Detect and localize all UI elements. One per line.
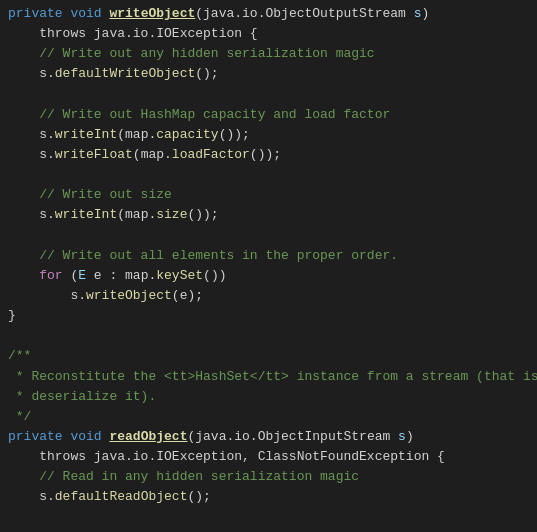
token: throws java.io.IOException {: [8, 24, 258, 44]
token: (e);: [172, 286, 203, 306]
code-line: [0, 85, 537, 105]
code-line: throws java.io.IOException {: [0, 24, 537, 44]
code-line: s.writeFloat(map.loadFactor());: [0, 145, 537, 165]
token: private: [8, 427, 70, 447]
code-line: // Read capacity and verify non-negative…: [0, 528, 537, 532]
token: keySet: [156, 266, 203, 286]
code-line: /**: [0, 346, 537, 366]
token: ();: [187, 487, 210, 507]
code-line: [0, 508, 537, 528]
code-line: s.defaultWriteObject();: [0, 64, 537, 84]
code-line: // Write out any hidden serialization ma…: [0, 44, 537, 64]
code-line: // Write out all elements in the proper …: [0, 246, 537, 266]
token: writeInt: [55, 125, 117, 145]
code-line: [0, 165, 537, 185]
token: size: [156, 205, 187, 225]
token: s.: [8, 145, 55, 165]
code-line: [0, 226, 537, 246]
token: (java.io.ObjectOutputStream: [195, 4, 413, 24]
code-line: */: [0, 407, 537, 427]
token: ): [422, 4, 430, 24]
token: // Write out HashMap capacity and load f…: [8, 105, 390, 125]
token: s: [398, 427, 406, 447]
token: writeFloat: [55, 145, 133, 165]
token: s.: [8, 125, 55, 145]
code-line: }: [0, 306, 537, 326]
token: capacity: [156, 125, 218, 145]
token: s: [414, 4, 422, 24]
token: */: [8, 407, 31, 427]
token: s.: [8, 286, 86, 306]
token: s.: [8, 64, 55, 84]
token: [8, 266, 39, 286]
token: (: [63, 266, 79, 286]
token: ): [406, 427, 414, 447]
token: // Read capacity and verify non-negative…: [8, 528, 359, 532]
token: for: [39, 266, 62, 286]
token: readObject: [109, 427, 187, 447]
code-line: // Write out size: [0, 185, 537, 205]
token: ());: [187, 205, 218, 225]
token: void: [70, 4, 109, 24]
code-line: * deserialize it).: [0, 387, 537, 407]
code-line: s.writeObject(e);: [0, 286, 537, 306]
token: (java.io.ObjectInputStream: [187, 427, 398, 447]
token: (map.: [133, 145, 172, 165]
token: defaultReadObject: [55, 487, 188, 507]
token: private: [8, 4, 70, 24]
code-line: // Read in any hidden serialization magi…: [0, 467, 537, 487]
code-lines: private void writeObject(java.io.ObjectO…: [0, 4, 537, 532]
token: }: [8, 306, 16, 326]
token: (map.: [117, 205, 156, 225]
token: ());: [219, 125, 250, 145]
token: throws java.io.IOException, ClassNotFoun…: [8, 447, 445, 467]
token: loadFactor: [172, 145, 250, 165]
code-line: throws java.io.IOException, ClassNotFoun…: [0, 447, 537, 467]
token: /**: [8, 346, 31, 366]
token: // Write out size: [8, 185, 172, 205]
code-line: // Write out HashMap capacity and load f…: [0, 105, 537, 125]
code-line: private void readObject(java.io.ObjectIn…: [0, 427, 537, 447]
code-line: * Reconstitute the <tt>HashSet</tt> inst…: [0, 367, 537, 387]
code-line: s.writeInt(map.capacity());: [0, 125, 537, 145]
code-line: for (E e : map.keySet()): [0, 266, 537, 286]
token: ();: [195, 64, 218, 84]
code-line: private void writeObject(java.io.ObjectO…: [0, 4, 537, 24]
token: ()): [203, 266, 226, 286]
token: * deserialize it).: [8, 387, 156, 407]
token: s.: [8, 205, 55, 225]
token: (map.: [117, 125, 156, 145]
token: writeObject: [86, 286, 172, 306]
code-line: s.defaultReadObject();: [0, 487, 537, 507]
token: s.: [8, 487, 55, 507]
token: // Read in any hidden serialization magi…: [8, 467, 359, 487]
token: E: [78, 266, 86, 286]
token: // Write out any hidden serialization ma…: [8, 44, 375, 64]
token: void: [70, 427, 109, 447]
code-viewer: private void writeObject(java.io.ObjectO…: [0, 0, 537, 532]
token: e : map.: [86, 266, 156, 286]
token: * Reconstitute the <tt>HashSet</tt> inst…: [8, 367, 537, 387]
token: writeObject: [109, 4, 195, 24]
code-line: s.writeInt(map.size());: [0, 205, 537, 225]
code-line: [0, 326, 537, 346]
token: writeInt: [55, 205, 117, 225]
token: // Write out all elements in the proper …: [8, 246, 398, 266]
token: defaultWriteObject: [55, 64, 195, 84]
token: ());: [250, 145, 281, 165]
